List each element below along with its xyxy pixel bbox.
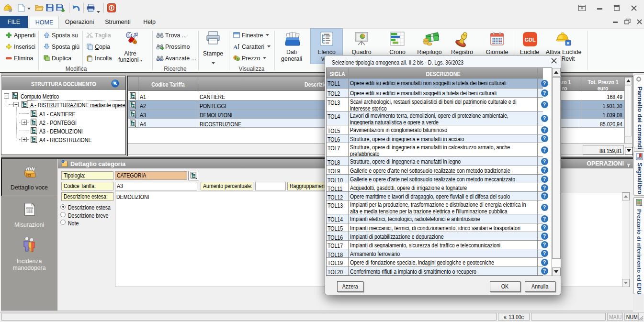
svg-text:R: R	[567, 41, 570, 45]
svg-text:ABC: ABC	[156, 59, 163, 61]
svg-text:A: A	[233, 44, 238, 50]
svg-text:GDL: GDL	[524, 37, 536, 43]
